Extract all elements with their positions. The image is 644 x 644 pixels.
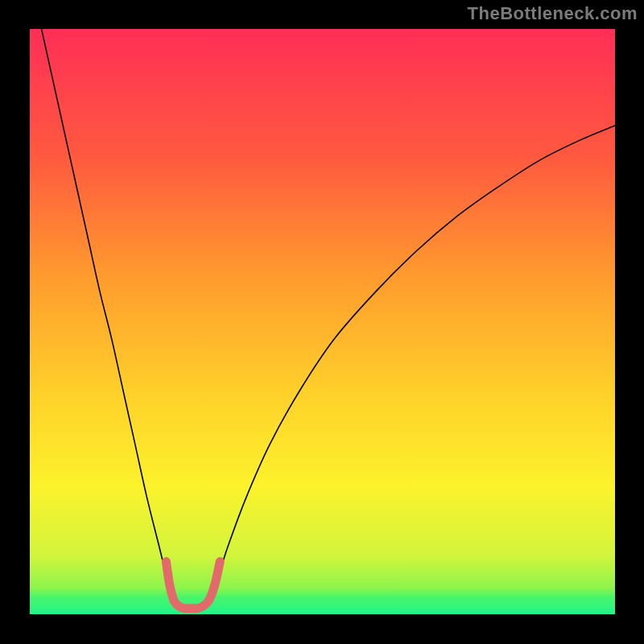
attribution-text: TheBottleneck.com xyxy=(468,3,638,24)
plot-svg xyxy=(30,29,615,614)
chart-frame: TheBottleneck.com xyxy=(0,0,644,644)
plot-area xyxy=(30,29,615,614)
gradient-background xyxy=(30,29,615,614)
